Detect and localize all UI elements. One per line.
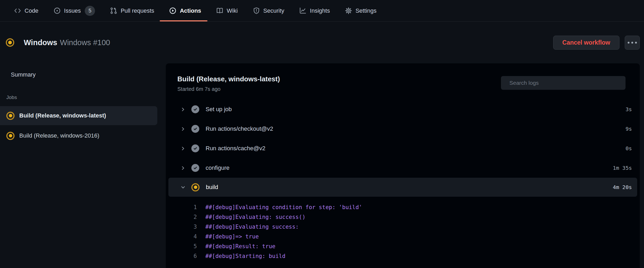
log-line-number[interactable]: 2: [166, 212, 197, 222]
log-line-text: ##[debug]=> true: [205, 232, 259, 242]
log-line: 5##[debug]Result: true: [166, 242, 640, 251]
step-duration: 1m 35s: [613, 165, 632, 171]
sidebar-job-item[interactable]: Build (Release, windows-2016): [0, 126, 157, 145]
nav-tab-label: Code: [25, 7, 39, 14]
nav-tab-label: Actions: [180, 7, 201, 14]
run-header-actions: Cancel workflow: [553, 36, 640, 50]
log-line-text: ##[debug]Starting: build: [205, 251, 285, 261]
step-duration: 3s: [626, 106, 632, 112]
nav-tab-label: Insights: [310, 7, 330, 14]
nav-tab-issues[interactable]: Issues5: [54, 0, 95, 21]
success-check-icon: [191, 105, 199, 113]
nav-tab-wiki[interactable]: Wiki: [216, 0, 238, 21]
run-options-kebab-button[interactable]: [625, 36, 640, 50]
step-row-run-actions-cache-v2[interactable]: Run actions/cache@v20s: [166, 139, 640, 158]
step-row-build[interactable]: build4m 20s: [168, 178, 637, 197]
steps-list: Set up job3sRun actions/checkout@v29sRun…: [166, 100, 640, 197]
step-duration: 4m 20s: [613, 184, 632, 190]
step-row-configure[interactable]: configure1m 35s: [166, 158, 640, 178]
chevron-right-icon[interactable]: [181, 146, 186, 151]
code-icon: [14, 7, 21, 14]
chevron-right-icon[interactable]: [181, 166, 186, 171]
play-circle-icon: [169, 7, 176, 14]
summary-label: Summary: [11, 71, 36, 78]
step-name: configure: [206, 164, 230, 171]
job-started-time: Started 6m 7s ago: [177, 86, 280, 92]
sidebar-job-item[interactable]: Build (Release, windows-latest): [0, 106, 157, 125]
log-line: 6##[debug]Starting: build: [166, 251, 640, 261]
job-panel-titles: Build (Release, windows-latest) Started …: [177, 75, 280, 92]
repo-tab-nav: CodeIssues5Pull requestsActionsWikiSecur…: [0, 0, 644, 22]
log-line-text: ##[debug]Evaluating: success(): [205, 212, 305, 222]
job-log-panel: Build (Release, windows-latest) Started …: [166, 63, 640, 268]
run-title: WindowsWindows #100: [24, 38, 110, 47]
step-name: Run actions/checkout@v2: [206, 125, 273, 132]
search-logs-box: [501, 76, 626, 90]
log-output: 1##[debug]Evaluating condition for step:…: [166, 203, 640, 261]
success-check-icon: [191, 125, 199, 133]
issues-count-badge: 5: [85, 6, 95, 16]
log-line-number[interactable]: 5: [166, 242, 197, 251]
nav-tab-label: Wiki: [227, 7, 238, 14]
log-line: 2##[debug]Evaluating: success(): [166, 212, 640, 222]
nav-tab-actions[interactable]: Actions: [169, 0, 201, 21]
nav-tab-label: Issues: [64, 7, 81, 14]
log-line-number[interactable]: 3: [166, 222, 197, 232]
jobs-heading: Jobs: [0, 95, 166, 100]
gear-icon: [345, 7, 352, 14]
success-check-icon: [191, 144, 199, 152]
nav-tab-insights[interactable]: Insights: [299, 0, 330, 21]
job-panel-header: Build (Release, windows-latest) Started …: [166, 63, 640, 92]
log-line-number[interactable]: 1: [166, 203, 197, 212]
step-row-set-up-job[interactable]: Set up job3s: [166, 100, 640, 119]
jobs-sidebar: Summary Jobs Build (Release, windows-lat…: [0, 63, 166, 145]
pull-request-icon: [110, 7, 117, 14]
job-panel-controls: [501, 76, 632, 90]
job-name: Build (Release, windows-latest): [19, 112, 106, 119]
log-line-number[interactable]: 6: [166, 251, 197, 261]
step-row-run-actions-checkout-v2[interactable]: Run actions/checkout@v29s: [166, 119, 640, 139]
step-name: Run actions/cache@v2: [206, 145, 266, 152]
run-in-progress-icon: [6, 38, 14, 47]
nav-tab-label: Pull requests: [121, 7, 154, 14]
success-check-icon: [191, 164, 199, 172]
workflow-run-header: WindowsWindows #100 Cancel workflow: [0, 22, 644, 63]
log-line-number[interactable]: 4: [166, 232, 197, 242]
job-name: Build (Release, windows-2016): [19, 132, 99, 139]
book-icon: [216, 7, 223, 14]
nav-tab-label: Settings: [356, 7, 377, 14]
nav-tab-label: Security: [263, 7, 284, 14]
log-line-text: ##[debug]Evaluating condition for step: …: [205, 203, 362, 212]
chevron-down-icon[interactable]: [181, 185, 186, 190]
jobs-list: Build (Release, windows-latest)Build (Re…: [0, 106, 166, 145]
run-content: Summary Jobs Build (Release, windows-lat…: [0, 63, 644, 268]
search-logs-input[interactable]: [509, 80, 621, 86]
step-duration: 0s: [626, 145, 632, 152]
log-line: 3##[debug]Evaluating success:: [166, 222, 640, 232]
run-name: Windows #100: [60, 38, 110, 47]
step-name: Set up job: [206, 106, 232, 113]
nav-tab-pull-requests[interactable]: Pull requests: [110, 0, 154, 21]
job-in-progress-icon: [6, 112, 15, 120]
step-duration: 9s: [626, 126, 632, 132]
in-progress-icon: [191, 183, 200, 191]
log-line: 4##[debug]=> true: [166, 232, 640, 242]
chevron-right-icon[interactable]: [181, 126, 186, 131]
log-line-text: ##[debug]Result: true: [205, 242, 276, 251]
issue-icon: [54, 7, 61, 14]
chevron-right-icon[interactable]: [181, 107, 186, 112]
graph-icon: [299, 7, 306, 14]
cancel-workflow-button[interactable]: Cancel workflow: [553, 36, 619, 50]
job-title: Build (Release, windows-latest): [177, 75, 280, 83]
log-line-text: ##[debug]Evaluating success:: [205, 222, 299, 232]
nav-tab-security[interactable]: Security: [253, 0, 284, 21]
job-in-progress-icon: [6, 132, 15, 140]
shield-icon: [253, 7, 260, 14]
step-name: build: [206, 184, 218, 191]
sidebar-item-summary[interactable]: Summary: [0, 69, 166, 81]
nav-tab-code[interactable]: Code: [14, 0, 39, 21]
log-line: 1##[debug]Evaluating condition for step:…: [166, 203, 640, 212]
nav-tab-settings[interactable]: Settings: [345, 0, 377, 21]
workflow-name: Windows: [24, 38, 57, 47]
